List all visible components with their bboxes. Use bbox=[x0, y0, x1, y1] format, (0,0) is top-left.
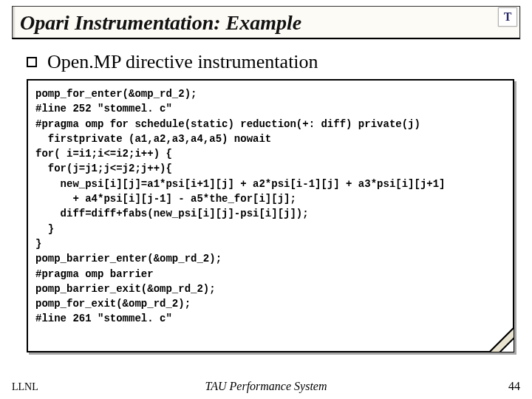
page-number: 44 bbox=[508, 380, 520, 393]
page-title: Opari Instrumentation: Example bbox=[20, 11, 512, 35]
footer-center: TAU Performance System bbox=[0, 380, 532, 393]
logo-box: T bbox=[498, 7, 517, 27]
page-curl-icon bbox=[489, 327, 514, 352]
bullet-text: Open.MP directive instrumentation bbox=[47, 51, 318, 73]
code-frame: pomp_for_enter(&omp_rd_2); #line 252 "st… bbox=[27, 79, 514, 352]
code-block: pomp_for_enter(&omp_rd_2); #line 252 "st… bbox=[35, 86, 505, 327]
title-bar: Opari Instrumentation: Example bbox=[12, 6, 520, 39]
bullet-item: Open.MP directive instrumentation bbox=[27, 51, 514, 73]
square-bullet-icon bbox=[27, 57, 37, 67]
logo-letter: T bbox=[504, 10, 512, 24]
